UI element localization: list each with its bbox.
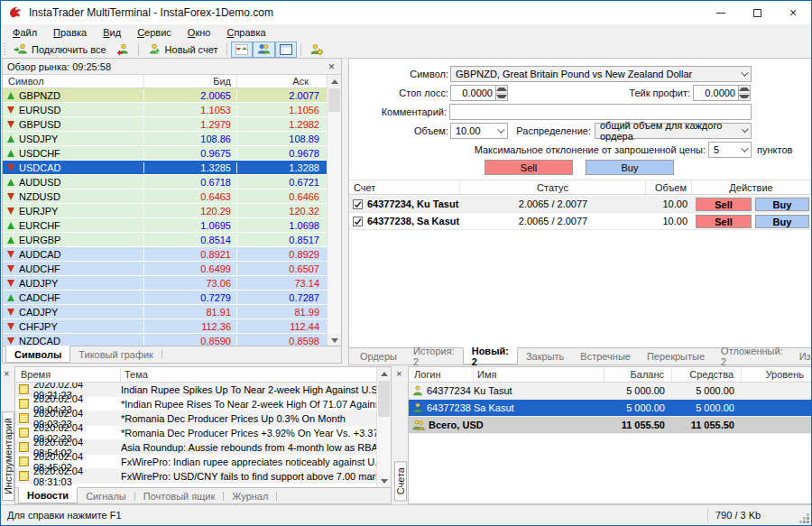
accounts-close-icon[interactable]: × [396, 369, 401, 379]
market-watch-scrollbar[interactable] [327, 75, 341, 346]
scroll-up-icon[interactable] [328, 75, 341, 88]
menu-file[interactable]: Файл [5, 25, 45, 40]
col-ask[interactable]: Аск [237, 75, 328, 88]
take-profit-input[interactable] [694, 86, 738, 100]
row-buy-button[interactable]: Buy [755, 198, 809, 211]
spin-up-icon[interactable] [739, 86, 750, 93]
market-watch-row-selected[interactable]: USDCAD1.32851.3288 [3, 161, 328, 175]
toolbox-close-icon[interactable]: × [4, 369, 9, 379]
tab-modify[interactable]: Изменить [791, 348, 812, 365]
menu-service[interactable]: Сервис [129, 25, 180, 40]
scroll-up-icon[interactable] [377, 367, 391, 380]
scroll-down-icon[interactable] [377, 475, 391, 487]
col-status[interactable]: Статус [460, 180, 646, 194]
disconnect-all-button[interactable] [111, 42, 134, 58]
tab-journal[interactable]: Журнал [224, 488, 276, 503]
distribution-select[interactable]: общий объем для каждого ордера [595, 123, 752, 139]
menu-view[interactable]: Вид [95, 25, 129, 40]
tab-tick-chart[interactable]: Тиковый график [70, 346, 161, 363]
checkbox-checked-icon[interactable] [353, 199, 363, 209]
col-action[interactable]: Действие [692, 180, 811, 194]
minimize-button[interactable] [703, 1, 739, 24]
market-watch-row[interactable]: AUDCAD0.89210.8929 [3, 247, 328, 262]
sell-button[interactable]: Sell [484, 160, 573, 175]
order-account-row[interactable]: 64377238, Sa Kasut 2.0065 / 2.0077 10.00… [349, 213, 811, 230]
spin-down-icon[interactable] [739, 93, 750, 101]
tab-news[interactable]: Новости [18, 487, 78, 503]
market-watch-toggle[interactable] [231, 42, 253, 58]
accounts-vertical-tab[interactable]: Счета [394, 461, 407, 501]
menu-window[interactable]: Окно [180, 25, 219, 40]
symbol-select[interactable]: GBPNZD, Great Britain Pound vs New Zeala… [450, 66, 752, 82]
market-watch-row[interactable]: CADCHF0.72790.7287 [3, 291, 328, 305]
market-watch-row[interactable]: USDJPY108.86108.89 [3, 132, 328, 146]
toolbar-grip[interactable] [4, 43, 5, 56]
market-watch-row[interactable]: EURJPY120.29120.32 [3, 204, 328, 218]
market-watch-row[interactable]: EURUSD1.10531.1056 [3, 103, 328, 117]
menu-help[interactable]: Справка [218, 25, 273, 40]
tab-signals[interactable]: Сигналы [78, 488, 134, 503]
market-watch-row[interactable]: GBPUSD1.29791.2982 [3, 117, 328, 132]
buy-button[interactable]: Buy [586, 160, 674, 175]
close-button[interactable]: × [775, 1, 811, 24]
comment-input[interactable] [449, 104, 752, 120]
checkbox-checked-icon[interactable] [353, 217, 363, 226]
spin-down-icon[interactable] [496, 93, 507, 101]
account-row[interactable]: 64377234 Ku Tasut 5 000.00 5 000.00 [409, 383, 811, 400]
menu-edit[interactable]: Правка [45, 25, 95, 40]
scroll-thumb[interactable] [378, 381, 390, 417]
tab-history[interactable]: История: 2 [405, 348, 463, 365]
spin-up-icon[interactable] [496, 86, 507, 93]
col-equity[interactable]: Средства [672, 367, 742, 382]
col-subject[interactable]: Тема [121, 367, 379, 382]
market-watch-row[interactable]: EURCHF1.06951.0698 [3, 218, 328, 233]
accounts-toggle[interactable] [253, 42, 275, 58]
stop-loss-input[interactable] [451, 86, 495, 100]
market-watch-row[interactable]: USDCHF0.96750.9678 [3, 146, 328, 161]
connect-all-button[interactable]: Подключить все [9, 42, 111, 58]
tab-pending[interactable]: Отложенный: 2 [713, 348, 791, 365]
col-login[interactable]: Логин [409, 367, 474, 382]
market-watch-row[interactable]: AUDJPY73.0673.14 [3, 276, 328, 291]
col-symbol[interactable]: Символ [3, 75, 144, 88]
col-volume[interactable]: Объем [646, 180, 692, 194]
row-sell-button[interactable]: Sell [696, 215, 752, 228]
account-settings-button[interactable] [305, 42, 328, 58]
stop-loss-stepper[interactable] [450, 85, 508, 101]
col-bid[interactable]: Бид [144, 75, 237, 88]
resize-grip[interactable] [807, 521, 809, 523]
scroll-down-icon[interactable] [328, 334, 341, 346]
tab-close[interactable]: Закрыть [518, 348, 572, 365]
market-watch-row[interactable]: CADJPY81.9181.99 [3, 305, 328, 319]
market-watch-row[interactable]: AUDUSD0.67180.6721 [3, 175, 328, 189]
tab-overlapped[interactable]: Перекрытые [639, 348, 713, 365]
market-watch-row[interactable]: GBPNZD2.00652.0077 [3, 88, 328, 103]
market-watch-row[interactable]: CHFJPY112.36112.44 [3, 319, 328, 334]
vertical-splitter[interactable] [342, 58, 348, 365]
row-sell-button[interactable]: Sell [696, 198, 752, 211]
toolbox-vertical-tab[interactable]: Инструментарий [2, 411, 14, 501]
maximize-button[interactable] [739, 1, 775, 24]
col-balance[interactable]: Баланс [604, 367, 672, 382]
volume-select[interactable]: 10.00 [450, 123, 508, 139]
market-watch-row[interactable]: AUDCHF0.64990.6507 [3, 262, 328, 276]
col-account[interactable]: Счет [349, 180, 460, 194]
row-buy-button[interactable]: Buy [755, 215, 809, 228]
toolbox-toggle[interactable] [275, 42, 297, 58]
order-account-row[interactable]: 64377234, Ku Tasut 2.0065 / 2.0077 10.00… [349, 196, 811, 213]
market-watch-row[interactable]: NZDUSD0.64630.6466 [3, 189, 328, 204]
tab-orders[interactable]: Ордеры [352, 348, 405, 365]
tab-symbols[interactable]: Символы [5, 346, 70, 363]
market-watch-row[interactable]: EURGBP0.85140.8517 [3, 233, 328, 247]
col-time[interactable]: Время [15, 367, 121, 382]
news-row[interactable]: 2020.02.04 08:31:03FxWirePro: USD/CNY fa… [15, 469, 379, 484]
tab-mailbox[interactable]: Почтовый ящик [135, 488, 223, 503]
take-profit-stepper[interactable] [693, 85, 751, 101]
deviation-select[interactable]: 5 [708, 142, 752, 158]
col-name[interactable]: Имя [474, 367, 604, 382]
news-scrollbar[interactable] [376, 367, 391, 487]
col-level[interactable]: Уровень [742, 367, 811, 382]
tab-new[interactable]: Новый: 2 [463, 347, 518, 365]
account-row-selected[interactable]: 64377238 Sa Kasut 5 000.00 5 000.00 [409, 400, 811, 417]
market-watch-close-icon[interactable]: × [327, 61, 337, 72]
